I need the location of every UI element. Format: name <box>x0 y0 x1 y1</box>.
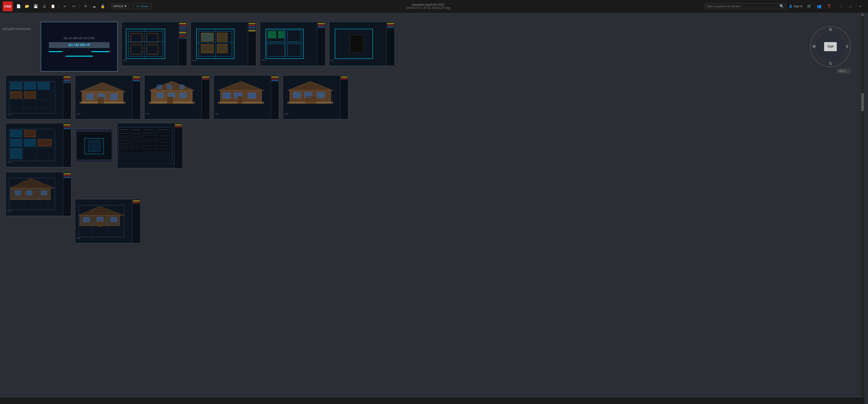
sheet-elev-2[interactable]: 1:100 <box>144 75 210 119</box>
minimize-button[interactable]: − <box>835 3 845 10</box>
struct-svg-1: 1:100 <box>6 76 63 119</box>
svg-text:1:100: 1:100 <box>76 237 80 239</box>
elev-svg-1: 1:100 <box>75 76 132 119</box>
share-icon: ➤ <box>137 4 139 8</box>
canvas-area: [-][Top][2D Wireframe] BỘ CƠ BẢN VỀ THI … <box>0 13 864 404</box>
title-bar: CAD 📄 📂 💾 🖨 📋 ↩ ↪ ☀ ☁ 🔒 HATCH ▼ ➤ Share <box>0 0 868 13</box>
svg-rect-71 <box>180 85 184 89</box>
sheet-sidebar-elev-2 <box>202 76 210 119</box>
sheet-struct-3[interactable]: 1:100 <box>6 172 71 216</box>
viewport-label: [-][Top][2D Wireframe] <box>2 27 31 31</box>
search-bar[interactable]: 🔍 <box>705 3 786 9</box>
svg-rect-57 <box>87 94 93 99</box>
svg-text:1:100: 1:100 <box>146 113 150 115</box>
sheet-elev-3[interactable]: 1:100 <box>213 75 279 119</box>
sheet-plan-1[interactable]: 1:100 <box>121 22 187 66</box>
svg-text:1:100: 1:100 <box>284 113 288 115</box>
compass-inner[interactable]: TOP <box>814 31 846 62</box>
sheet-drawing-2: 1:100 <box>191 22 248 66</box>
plan-svg-2: 1:100 <box>191 22 248 66</box>
cloud-icon[interactable]: ☁ <box>91 3 98 10</box>
sheet-row-0: BỘ CƠ BẢN VỀ THI CÔNG BÌA TẬP BẢN VẼ <box>41 22 395 71</box>
sheet-sidebar-1 <box>179 22 187 66</box>
sheet-drawing-3: 1:100 <box>260 22 317 66</box>
light-icon[interactable]: ☀ <box>82 3 89 10</box>
svg-rect-68 <box>167 97 173 104</box>
svg-rect-86 <box>317 92 324 97</box>
scroll-thumb[interactable] <box>861 93 864 111</box>
sheet-cover[interactable]: BỘ CƠ BẢN VỀ THI CÔNG BÌA TẬP BẢN VẼ <box>41 22 118 71</box>
svg-marker-75 <box>218 81 264 90</box>
toolbar-icons: 📄 📂 💾 🖨 📋 ↩ ↪ ☀ ☁ 🔒 HATCH ▼ ➤ Share <box>15 3 151 10</box>
cover-title: BỘ CƠ BẢN VỀ THI CÔNG <box>64 37 95 40</box>
sheet-elev-4[interactable]: 1:100 <box>283 75 348 119</box>
svg-line-8 <box>122 26 126 29</box>
sign-in-button[interactable]: 👤 Sign In <box>789 4 803 8</box>
sheet-plan-3[interactable]: 1:100 <box>260 22 326 66</box>
sheet-plan-4[interactable]: 1:50 <box>329 22 395 66</box>
sheet-drawing-schedule <box>117 123 174 168</box>
svg-rect-101 <box>10 149 22 159</box>
save-icon[interactable]: 💾 <box>32 3 39 10</box>
svg-marker-56 <box>80 82 125 91</box>
compass: TOP N S E W <box>810 26 851 67</box>
schedule-svg <box>117 123 174 168</box>
wcs-label[interactable]: WCS ... <box>837 69 850 74</box>
svg-rect-67 <box>180 93 186 97</box>
sheet-schedule[interactable] <box>117 123 183 168</box>
maximize-button[interactable]: □ <box>845 3 855 10</box>
compass-east: E <box>846 45 848 49</box>
svg-rect-87 <box>306 96 316 104</box>
sheet-row-1: 1:100 <box>6 75 395 119</box>
svg-text:1:50: 1:50 <box>331 60 334 61</box>
svg-rect-19 <box>202 33 212 40</box>
print-icon[interactable]: 🖨 <box>41 3 48 10</box>
sheet-drawing-1: 1:100 <box>122 22 179 66</box>
search-icon[interactable]: 🔍 <box>779 4 784 8</box>
sheet-drawing-struct-1: 1:100 <box>6 76 63 119</box>
svg-rect-48 <box>10 82 22 89</box>
svg-text:1:100: 1:100 <box>123 60 127 61</box>
sheet-drawing-struct-4: 1:100 <box>75 199 132 243</box>
compass-top-button[interactable]: TOP <box>824 42 837 51</box>
svg-text:1:100: 1:100 <box>76 113 80 115</box>
svg-text:1:100: 1:100 <box>7 114 11 115</box>
redo-icon[interactable]: ↪ <box>70 3 77 10</box>
cart-icon[interactable]: 🛒 <box>806 3 813 10</box>
sheet-struct-4[interactable]: 1:100 <box>75 199 141 243</box>
svg-rect-143 <box>27 191 32 195</box>
elev-svg-2: 1:100 <box>145 76 202 119</box>
new-file-icon[interactable]: 📄 <box>15 3 22 10</box>
sheet-elev-1[interactable]: 1:100 <box>75 75 141 119</box>
sheet-site-1[interactable] <box>75 128 114 163</box>
sheet-sidebar-schedule <box>174 123 182 168</box>
open-folder-icon[interactable]: 📂 <box>24 3 31 10</box>
svg-rect-51 <box>10 91 22 98</box>
app-title: Autodesk AutoCAD 2023 <box>412 3 444 6</box>
close-button[interactable]: × <box>855 3 865 10</box>
sheet-sidebar-struct-4 <box>132 199 140 243</box>
lock-icon[interactable]: 🔒 <box>99 3 106 10</box>
svg-rect-28 <box>268 31 276 38</box>
svg-line-9 <box>165 26 172 29</box>
svg-rect-50 <box>38 82 49 89</box>
scroll-track[interactable] <box>861 16 864 400</box>
search-input[interactable] <box>707 4 778 8</box>
undo-icon[interactable]: ↩ <box>61 3 69 10</box>
svg-rect-99 <box>24 139 35 146</box>
sheet-sidebar-4 <box>386 22 395 66</box>
scroll-up-button[interactable]: ▲ <box>861 13 864 16</box>
sheet-plan-2[interactable]: 1:100 <box>191 22 256 66</box>
svg-rect-84 <box>293 92 300 97</box>
hatch-dropdown[interactable]: HATCH ▼ <box>111 4 129 9</box>
share-button[interactable]: ➤ Share <box>134 3 151 9</box>
sheet-struct-1[interactable]: 1:100 <box>6 75 71 119</box>
plan-svg-3: 1:100 <box>260 22 317 66</box>
svg-rect-26 <box>287 30 301 41</box>
help-icon[interactable]: ❓ <box>826 3 833 10</box>
publish-icon[interactable]: 📋 <box>49 3 57 10</box>
svg-rect-156 <box>98 221 102 227</box>
svg-rect-65 <box>157 93 163 97</box>
sheet-struct-2[interactable]: 1:100 <box>6 123 71 167</box>
collab-icon[interactable]: 👥 <box>815 3 823 10</box>
